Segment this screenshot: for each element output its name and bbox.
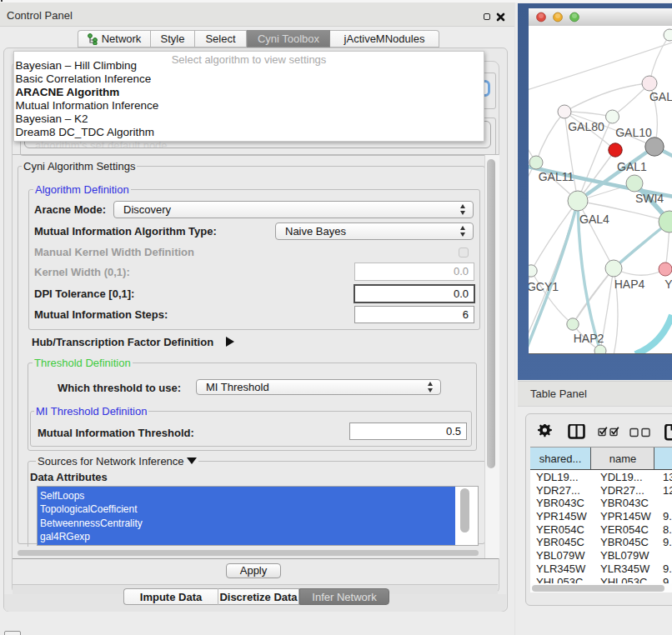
svg-text:GAL1: GAL1 (617, 160, 647, 173)
svg-text:Y: Y (664, 278, 672, 291)
svg-text:HAP2: HAP2 (574, 332, 604, 345)
svg-text:HAP4: HAP4 (614, 278, 645, 291)
svg-text:GAL10: GAL10 (615, 126, 652, 139)
svg-text:SWI4: SWI4 (635, 192, 664, 205)
svg-text:GAL11: GAL11 (539, 170, 574, 183)
svg-text:GAL: GAL (649, 90, 672, 103)
svg-text:GAL4: GAL4 (579, 212, 609, 226)
svg-text:GAL80: GAL80 (568, 120, 604, 133)
svg-text:GCY1: GCY1 (529, 280, 559, 293)
